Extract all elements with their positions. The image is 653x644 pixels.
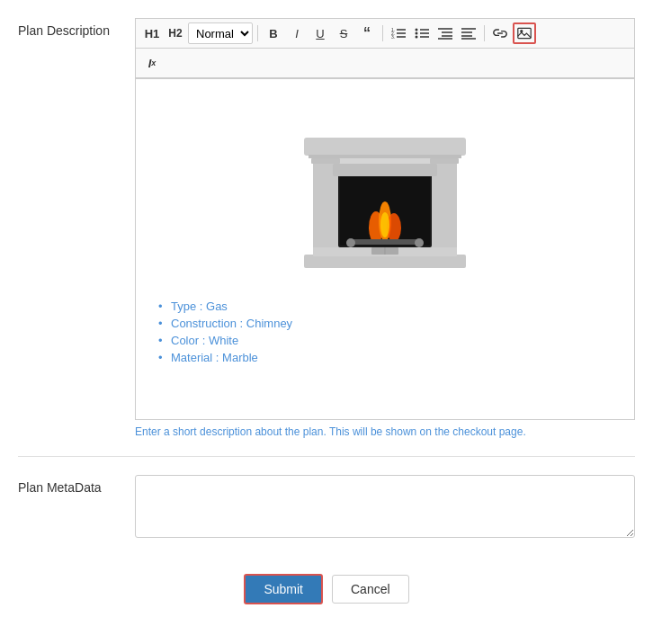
svg-rect-38 — [311, 158, 340, 164]
helper-text-after: . — [523, 425, 525, 438]
text-style-select[interactable]: Normal — [188, 22, 253, 44]
plan-metadata-input[interactable] — [135, 475, 635, 538]
plan-description-label: Plan Description — [18, 18, 135, 38]
editor-content-area[interactable]: Type : Gas Construction : Chimney Color … — [135, 78, 635, 420]
toolbar-sep1 — [257, 25, 258, 41]
plan-description-row: Plan Description H1 H2 Normal B I U S “ — [18, 18, 635, 457]
form-buttons: Submit Cancel — [18, 565, 635, 604]
plan-description-content: H1 H2 Normal B I U S “ — [135, 18, 635, 438]
indent-right-icon — [438, 27, 452, 40]
blockquote-button[interactable]: “ — [356, 22, 378, 44]
link-icon — [493, 27, 507, 40]
svg-rect-39 — [430, 158, 459, 164]
helper-text: Enter a short description about the plan… — [135, 425, 635, 438]
svg-point-32 — [380, 212, 389, 237]
underline-button[interactable]: U — [309, 22, 331, 44]
svg-rect-37 — [333, 164, 437, 176]
plan-metadata-row: Plan MetaData — [18, 475, 635, 538]
h2-button[interactable]: H2 — [165, 22, 186, 44]
link-button[interactable] — [489, 22, 511, 44]
svg-point-9 — [416, 29, 418, 31]
plan-metadata-label: Plan MetaData — [18, 475, 135, 495]
editor-toolbar-row1: H1 H2 Normal B I U S “ — [135, 18, 635, 48]
cancel-button[interactable]: Cancel — [332, 575, 409, 604]
image-icon — [517, 27, 532, 40]
submit-button[interactable]: Submit — [244, 574, 323, 604]
indent-right-button[interactable] — [434, 22, 456, 44]
fireplace-image-container — [145, 88, 625, 277]
svg-rect-21 — [518, 28, 531, 38]
helper-text-link: checkout page — [452, 425, 523, 438]
ordered-list-icon: 1. 2. 3. — [391, 27, 406, 40]
svg-point-10 — [416, 32, 418, 35]
svg-point-11 — [416, 36, 418, 39]
svg-rect-33 — [349, 239, 421, 245]
svg-point-42 — [346, 238, 355, 247]
toolbar-sep3 — [484, 25, 485, 41]
toolbar-sep2 — [382, 25, 383, 41]
strikethrough-button[interactable]: S — [333, 22, 354, 44]
editor-toolbar-row2: Ix — [135, 48, 635, 78]
italic-button[interactable]: I — [286, 22, 308, 44]
svg-point-43 — [415, 238, 424, 247]
unordered-list-icon — [415, 27, 429, 40]
list-item-material: Material : Marble — [158, 351, 612, 364]
clear-format-button[interactable]: Ix — [141, 52, 163, 74]
indent-left-button[interactable] — [458, 22, 479, 44]
indent-left-icon — [461, 27, 476, 40]
image-button[interactable] — [513, 22, 536, 44]
ordered-list-button[interactable]: 1. 2. 3. — [388, 22, 409, 44]
list-item-color: Color : White — [158, 334, 612, 347]
list-item-construction: Construction : Chimney — [158, 317, 612, 330]
list-item-type: Type : Gas — [158, 300, 612, 313]
feature-list: Type : Gas Construction : Chimney Color … — [145, 291, 625, 377]
h1-button[interactable]: H1 — [141, 22, 163, 44]
fireplace-svg — [295, 88, 475, 277]
svg-rect-23 — [304, 255, 466, 268]
bold-button[interactable]: B — [263, 22, 284, 44]
svg-rect-35 — [304, 138, 466, 156]
helper-text-before: Enter a short description about the plan… — [135, 425, 452, 438]
svg-rect-36 — [309, 155, 461, 158]
unordered-list-button[interactable] — [411, 22, 433, 44]
svg-text:3.: 3. — [391, 34, 395, 40]
